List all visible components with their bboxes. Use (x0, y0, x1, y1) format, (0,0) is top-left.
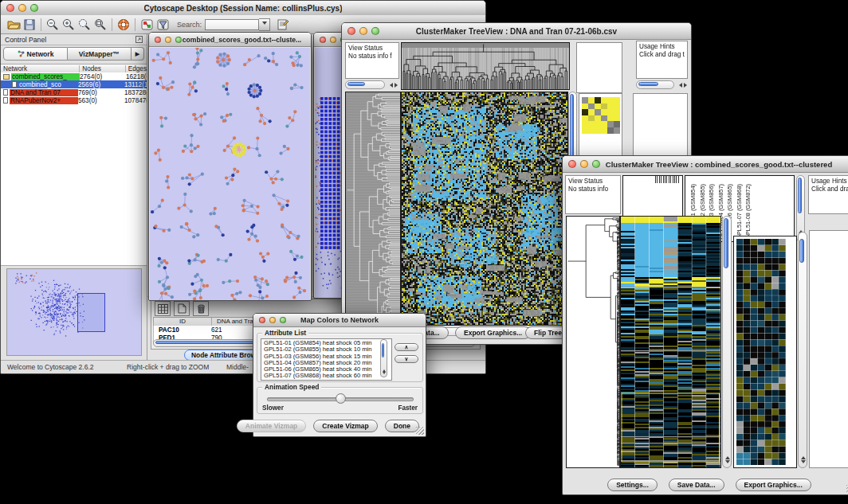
minimize-button[interactable] (330, 37, 336, 43)
tv2-genelist-vscrollbar[interactable] (798, 232, 807, 468)
matrix-cell[interactable] (595, 115, 601, 122)
matrix-cell[interactable] (582, 121, 588, 127)
matrix-cell[interactable] (614, 104, 620, 110)
zoom-button[interactable] (175, 37, 182, 43)
tv2-settings-button[interactable]: Settings... (607, 479, 658, 491)
tv1-heatmap[interactable] (401, 92, 568, 326)
tab-vizmapper[interactable]: VizMapper™ (68, 47, 132, 61)
col-header-nodes[interactable]: Nodes (80, 65, 126, 72)
matrix-cell[interactable] (607, 127, 614, 134)
tv2-export-graphics-button[interactable]: Export Graphics... (736, 479, 811, 491)
tv2-heatmap-canvas[interactable] (621, 217, 720, 467)
matrix-cell[interactable] (588, 109, 595, 115)
zoom-button[interactable] (280, 317, 286, 323)
matrix-cell[interactable] (607, 121, 614, 127)
minimize-button[interactable] (269, 317, 276, 323)
matrix-cell[interactable] (595, 121, 601, 127)
minimize-button[interactable] (359, 27, 367, 35)
tv1-similarity-matrix[interactable] (582, 97, 620, 134)
tab-network[interactable]: Network (3, 47, 68, 61)
id-column-header[interactable]: ID (154, 318, 212, 326)
speed-slider-thumb[interactable] (336, 393, 346, 404)
scroll-thumb[interactable] (638, 82, 658, 86)
tv1-export-graphics-button[interactable]: Export Graphics... (455, 326, 531, 339)
select-attributes-icon[interactable] (155, 301, 171, 316)
close-button[interactable] (320, 37, 326, 43)
col-header-edges[interactable]: Edges (126, 65, 147, 72)
close-button[interactable] (568, 160, 576, 168)
tv1-column-labels[interactable] (576, 42, 622, 93)
report-icon[interactable] (275, 18, 291, 32)
save-icon[interactable] (22, 18, 37, 32)
move-down-button[interactable]: ∨ (395, 355, 418, 363)
matrix-cell[interactable] (614, 109, 620, 115)
matrix-cell[interactable] (588, 104, 595, 110)
tv1-heatmap-canvas[interactable] (402, 92, 567, 325)
tv1-status-hscrollbar[interactable] (345, 80, 385, 89)
scroll-arrows[interactable] (677, 83, 689, 88)
minimize-button[interactable] (580, 160, 588, 168)
matrix-cell[interactable] (582, 109, 588, 115)
tv2-zoom-heatmap-canvas[interactable] (736, 239, 786, 465)
annotation-icon[interactable] (139, 18, 155, 32)
scroll-thumb[interactable] (347, 82, 365, 86)
scroll-thumb[interactable] (798, 178, 802, 213)
tv2-heatmap-vscrollbar[interactable] (722, 216, 732, 468)
zoom-in-icon[interactable] (61, 18, 77, 32)
zoom-fit-icon[interactable] (92, 18, 108, 32)
float-panel-icon[interactable] (135, 36, 143, 43)
matrix-cell[interactable] (601, 104, 607, 110)
network-list[interactable]: combined_scores_ 2764(0) 16218(0) combin… (1, 72, 147, 266)
attribute-list-item[interactable]: GPL51-01 (GSM854) heat shock 05 min (264, 340, 391, 346)
matrix-cell[interactable] (614, 115, 620, 122)
attribute-list[interactable]: GPL51-01 (GSM854) heat shock 05 minGPL51… (261, 338, 392, 381)
tv2-row-dendrogram[interactable] (566, 216, 620, 468)
tab-overflow[interactable]: ▶ (132, 47, 144, 61)
matrix-cell[interactable] (601, 115, 607, 122)
tv2-heatmap[interactable] (620, 216, 721, 468)
tv2-row-dendrogram-canvas[interactable] (567, 217, 619, 467)
tv1-column-dendrogram[interactable] (401, 42, 570, 90)
matrix-cell[interactable] (588, 127, 595, 134)
zoom-button[interactable] (592, 160, 600, 168)
delete-attribute-trash-icon[interactable] (193, 301, 209, 316)
matrix-cell[interactable] (614, 97, 620, 104)
network-overview-canvas[interactable] (7, 269, 139, 354)
scroll-arrows[interactable] (387, 83, 400, 88)
move-up-button[interactable]: ∧ (395, 343, 418, 351)
treeview1-titlebar[interactable]: ClusterMaker TreeView : DNA and Tran 07-… (342, 23, 691, 40)
minimize-button[interactable] (18, 4, 26, 12)
attribute-list-item[interactable]: GPL51-04 (GSM857) heat shock 20 min (264, 360, 391, 366)
matrix-cell[interactable] (607, 109, 614, 115)
main-titlebar[interactable]: Cytoscape Desktop (Session Name: collins… (1, 1, 485, 16)
attribute-list-vscrollbar[interactable] (380, 339, 387, 377)
matrix-cell[interactable] (601, 109, 607, 115)
attribute-list-item[interactable]: GPL51-02 (GSM855) heat shock 10 min (264, 346, 391, 353)
matrix-cell[interactable] (595, 97, 601, 104)
minimize-button[interactable] (165, 37, 171, 43)
help-lifesaver-icon[interactable] (116, 18, 132, 32)
attribute-list-item[interactable]: GPL51-07 (GSM868) heat shock 60 min (264, 373, 391, 379)
matrix-cell[interactable] (595, 127, 601, 134)
zoom-button[interactable] (371, 27, 379, 35)
treeview2-titlebar[interactable]: ClusterMaker TreeView : combined_scores_… (563, 156, 848, 173)
tv1-row-dendrogram-canvas[interactable] (346, 92, 400, 325)
tv2-column-label[interactable]: GPL51-07 (GSM868) (736, 184, 743, 240)
scroll-arrows[interactable] (383, 368, 386, 376)
matrix-cell[interactable] (595, 104, 601, 110)
zoom-selected-icon[interactable] (77, 18, 92, 32)
network-list-item[interactable]: combined_scores_ 2764(0) 16218(0) (1, 72, 147, 80)
matrix-cell[interactable] (588, 115, 595, 122)
close-button[interactable] (6, 4, 14, 12)
scroll-arrows[interactable] (725, 454, 730, 466)
search-dropdown-button[interactable] (259, 18, 270, 31)
matrix-cell[interactable] (607, 104, 614, 110)
dialog-button[interactable]: Animate Vizmap (237, 420, 307, 432)
search-input[interactable] (205, 19, 259, 30)
attribute-list-item[interactable]: GPL51-06 (GSM865) heat shock 40 min (264, 366, 391, 373)
matrix-cell[interactable] (614, 127, 620, 134)
resize-grip[interactable] (416, 427, 424, 435)
tv1-column-dendrogram-canvas[interactable] (402, 43, 569, 89)
attribute-list-item[interactable]: GPL51-03 (GSM856) heat shock 15 min (264, 354, 391, 360)
matrix-cell[interactable] (607, 97, 614, 104)
